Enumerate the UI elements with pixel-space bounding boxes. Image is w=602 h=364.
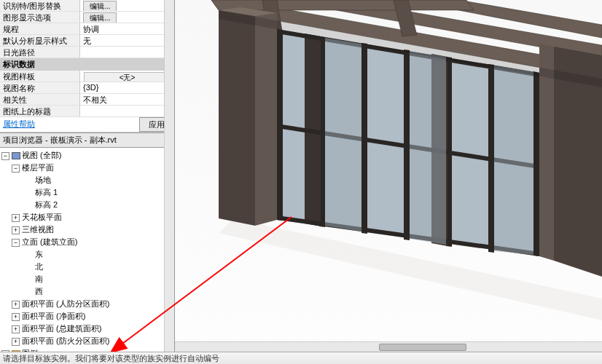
prop-label: 识别特/图形替换 (0, 0, 80, 11)
prop-label: 规程 (0, 23, 80, 34)
tree-item-label: 西 (35, 287, 43, 296)
tree-expander-icon[interactable]: + (12, 325, 20, 333)
svg-marker-26 (410, 51, 446, 245)
tree-item[interactable]: 南 (0, 273, 174, 285)
tree-expander-icon[interactable]: − (12, 165, 20, 173)
tree-item-label: 东 (35, 250, 43, 258)
tree-item[interactable]: −楼层平面 (0, 162, 174, 174)
tree-item[interactable]: +面积平面 (人防分区面积) (0, 298, 174, 310)
view-icon (12, 152, 20, 159)
tree-expander-icon[interactable]: + (12, 301, 20, 309)
svg-marker-25 (325, 38, 361, 232)
prop-label: 视图名称 (0, 82, 80, 93)
edit-button[interactable]: 编辑... (83, 1, 117, 11)
prop-value[interactable]: <无> (80, 71, 174, 82)
tree-item-label: 楼层平面 (22, 163, 54, 172)
tree-expander-icon[interactable]: + (12, 226, 20, 234)
prop-value[interactable]: 无 (80, 35, 174, 46)
tree-item[interactable]: 标高 1 (0, 186, 174, 199)
tree-expander-icon[interactable]: − (1, 152, 9, 160)
tree-item-label: 标高 1 (35, 188, 58, 197)
svg-marker-8 (255, 13, 277, 226)
tree-item[interactable]: −视图 (全部) (0, 149, 174, 162)
tree-item[interactable]: 场地 (0, 174, 174, 186)
prop-value[interactable] (80, 47, 174, 58)
tree-item-label: 面积平面 (防火分区面积) (22, 336, 109, 345)
prop-value[interactable]: 编辑... (80, 0, 174, 11)
tree-expander-icon[interactable]: + (12, 214, 20, 222)
tree-item-label: 南 (35, 274, 43, 283)
prop-value[interactable]: 不相关 (80, 94, 174, 105)
tree-item-label: 面积平面 (净面积) (22, 312, 85, 320)
prop-value[interactable]: 编辑... (80, 12, 174, 23)
tree-item-label: 面积平面 (总建筑面积) (22, 324, 101, 333)
prop-label: 图纸上的标题 (0, 106, 80, 116)
properties-help-link[interactable]: 属性帮助 (0, 117, 139, 132)
tree-expander-icon[interactable]: − (12, 239, 20, 247)
prop-label: 相关性 (0, 94, 80, 105)
status-bar: 请选择目标族实例。我们将要对该类型的族实例进行自动编号 (0, 352, 602, 364)
svg-marker-4 (211, 0, 474, 10)
tree-item-label: 三维视图 (22, 225, 54, 234)
tree-item-label: 面积平面 (人防分区面积) (22, 299, 109, 308)
3d-viewport[interactable] (175, 0, 602, 352)
tree-item[interactable]: +面积平面 (净面积) (0, 310, 174, 323)
project-browser-header[interactable]: 项目浏览器 - 嵌板演示 - 副本.rvt × (0, 132, 174, 148)
tree-item-label: 天花板平面 (22, 213, 62, 221)
tree-expander-icon[interactable]: + (12, 313, 20, 321)
prop-label: 默认分析显示样式 (0, 35, 80, 46)
project-browser-tree[interactable]: −视图 (全部)−楼层平面场地标高 1标高 2+天花板平面+三维视图−立面 (建… (0, 148, 174, 352)
tree-item[interactable]: 标高 2 (0, 199, 174, 211)
tree-item[interactable]: 北 (0, 261, 174, 273)
none-button[interactable]: <无> (84, 72, 171, 82)
tree-expander-icon[interactable]: + (12, 338, 20, 346)
tree-item[interactable]: +天花板平面 (0, 211, 174, 223)
prop-label: 视图样板 (0, 71, 80, 82)
tree-item[interactable]: 东 (0, 248, 174, 261)
svg-marker-7 (219, 10, 255, 226)
prop-value[interactable] (80, 106, 174, 116)
prop-label: 图形显示选项 (0, 12, 80, 23)
tree-item[interactable]: −立面 (建筑立面) (0, 236, 174, 248)
tree-item-label: 立面 (建筑立面) (22, 237, 77, 246)
scrollbar-thumb[interactable] (379, 344, 466, 351)
tree-item[interactable]: +面积平面 (总建筑面积) (0, 323, 174, 335)
tree-item[interactable]: 西 (0, 285, 174, 298)
tree-item-label: 北 (35, 262, 43, 271)
tree-item-label: 标高 2 (35, 200, 58, 209)
prop-label: 日光路径 (0, 47, 80, 58)
viewport-scrollbar-horizontal[interactable] (175, 341, 602, 352)
panel-scrollbar[interactable] (164, 0, 174, 352)
tree-item[interactable]: +三维视图 (0, 223, 174, 236)
prop-value[interactable]: 协调 (80, 23, 174, 34)
tree-item[interactable]: +面积平面 (防火分区面积) (0, 335, 174, 347)
browser-title: 项目浏览器 - 嵌板演示 - 副本.rvt (3, 135, 161, 146)
svg-marker-27 (494, 66, 533, 255)
tree-item-label: 场地 (35, 175, 51, 184)
edit-button[interactable]: 编辑... (83, 12, 117, 23)
tree-item-label: 视图 (全部) (22, 151, 61, 159)
prop-value[interactable]: {3D} (80, 82, 174, 93)
section-header[interactable]: 标识数据 (0, 58, 174, 71)
